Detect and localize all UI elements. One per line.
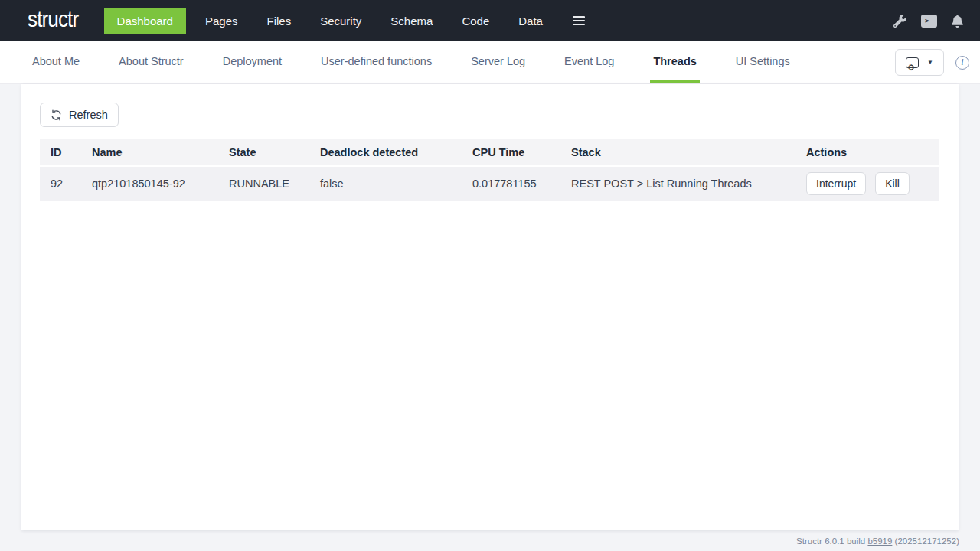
cell-cpu-time: 0.017781155 <box>462 167 560 201</box>
tab-about-me[interactable]: About Me <box>29 41 83 83</box>
tab-threads[interactable]: Threads <box>650 41 699 83</box>
threads-table: ID Name State Deadlock detected CPU Time… <box>40 138 939 202</box>
version-footer: Structr 6.0.1 build b5919 (202512171252) <box>0 530 980 551</box>
cell-thread-id: 92 <box>40 167 81 201</box>
nav-item-pages[interactable]: Pages <box>191 8 253 34</box>
version-text-prefix: Structr 6.0.1 build <box>796 536 867 546</box>
tab-about-structr[interactable]: About Structr <box>116 41 187 83</box>
column-header-cpu-time: CPU Time <box>462 139 560 165</box>
structr-logo[interactable]: structr <box>28 8 78 34</box>
dashboard-tabs: About Me About Structr Deployment User-d… <box>29 41 793 83</box>
info-icon[interactable]: i <box>956 56 969 70</box>
column-header-stack: Stack <box>560 139 795 165</box>
column-header-deadlock: Deadlock detected <box>309 139 462 165</box>
nav-item-dashboard[interactable]: Dashboard <box>104 8 186 34</box>
dashboard-tabbar: About Me About Structr Deployment User-d… <box>0 41 980 84</box>
column-header-id: ID <box>40 139 81 165</box>
topbar-actions: >_ <box>893 15 963 28</box>
refresh-button[interactable]: Refresh <box>40 103 119 127</box>
nav-item-files[interactable]: Files <box>253 8 306 34</box>
version-text-suffix: (202512171252) <box>892 536 959 546</box>
column-header-state: State <box>218 139 309 165</box>
kill-button[interactable]: Kill <box>875 172 910 195</box>
nav-item-code[interactable]: Code <box>447 8 504 34</box>
tab-event-log[interactable]: Event Log <box>561 41 617 83</box>
chevron-down-icon: ▼ <box>927 59 933 66</box>
column-header-name: Name <box>81 139 218 165</box>
topbar: structr Dashboard Pages Files Security S… <box>0 0 980 41</box>
wrench-icon[interactable] <box>893 15 906 28</box>
cell-actions: Interrupt Kill <box>795 167 939 201</box>
table-row: 92 qtp2101850145-92 RUNNABLE false 0.017… <box>40 167 939 201</box>
tab-deployment[interactable]: Deployment <box>220 41 285 83</box>
table-header-row: ID Name State Deadlock detected CPU Time… <box>40 139 939 165</box>
main-navigation: Dashboard Pages Files Security Schema Co… <box>104 8 557 34</box>
cell-thread-name: qtp2101850145-92 <box>81 167 218 201</box>
bell-icon[interactable] <box>952 15 963 28</box>
column-header-actions: Actions <box>795 139 939 165</box>
interrupt-button[interactable]: Interrupt <box>806 172 866 195</box>
threads-panel: Refresh ID Name State Deadlock detected … <box>21 84 959 530</box>
cell-stack: REST POST > List Running Threads <box>560 167 795 201</box>
cell-deadlock-detected: false <box>309 167 462 201</box>
nav-item-security[interactable]: Security <box>305 8 376 34</box>
tab-ui-settings[interactable]: UI Settings <box>733 41 793 83</box>
tabbar-actions: ⚙ ▼ i <box>895 41 969 83</box>
build-link[interactable]: b5919 <box>867 536 892 546</box>
tab-server-log[interactable]: Server Log <box>468 41 528 83</box>
ui-config-dropdown-button[interactable]: ⚙ ▼ <box>895 49 944 76</box>
refresh-icon <box>51 109 62 121</box>
tab-user-defined-functions[interactable]: User-defined functions <box>318 41 435 83</box>
refresh-button-label: Refresh <box>69 109 108 121</box>
terminal-icon[interactable]: >_ <box>921 15 937 28</box>
window-gear-icon: ⚙ <box>906 57 919 68</box>
cell-thread-state: RUNNABLE <box>218 167 309 201</box>
nav-item-schema[interactable]: Schema <box>376 8 447 34</box>
hamburger-menu-icon[interactable] <box>573 16 585 25</box>
nav-item-data[interactable]: Data <box>504 8 557 34</box>
